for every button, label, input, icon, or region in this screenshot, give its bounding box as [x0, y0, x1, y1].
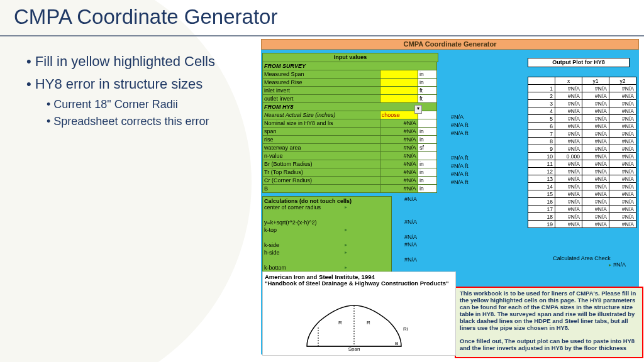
- area-check: Calculated Area Check ▸ #N/A: [538, 255, 626, 268]
- bullet-list: Fill in yellow highlighted Cells HY8 err…: [15, 50, 254, 131]
- reference-diagram: American Iron and Steel Institute, 1994 …: [262, 272, 456, 356]
- page-title: CMPA Coordinate Generator: [14, 5, 277, 29]
- from-hy8-header: FROM HY8: [263, 103, 437, 111]
- measured-rise-input[interactable]: [380, 79, 418, 87]
- from-survey-header: FROM SURVEY: [263, 62, 437, 70]
- measured-span-input[interactable]: [380, 70, 418, 79]
- input-values-table: FROM SURVEY Measured Spanin Measured Ris…: [262, 62, 437, 193]
- bullet-subitem: Current 18" Corner Radii: [47, 97, 254, 112]
- calc-values: #N/A #N/A #N/A #N/A #N/A: [392, 196, 417, 264]
- svg-text:R: R: [338, 320, 342, 326]
- arch-shape-icon: Span Rise B R R: [301, 302, 408, 351]
- svg-text:Rise: Rise: [403, 326, 408, 332]
- inlet-invert-input[interactable]: [380, 87, 418, 95]
- output-header: Output Plot for HY8: [528, 58, 630, 67]
- sheet-banner: CMPA Coordinate Generator: [261, 39, 639, 50]
- bullet-item: HY8 error in structure sizes: [26, 75, 254, 93]
- svg-text:Span: Span: [348, 346, 360, 351]
- nearest-size-dropdown[interactable]: choose: [380, 111, 418, 119]
- title-rule: [0, 35, 644, 36]
- svg-text:B: B: [395, 341, 398, 346]
- unit-conversion-column: #N/A #N/A ft #N/A ft #N/A ft #N/A ft #N/…: [445, 113, 482, 187]
- instructions-note: This workbook is to be used for liners o…: [455, 287, 643, 358]
- spreadsheet-panel: CMPA Coordinate Generator Input values F…: [261, 39, 639, 354]
- bullet-item: Fill in yellow highlighted Cells: [26, 53, 254, 70]
- output-plot-table: xy1y2 1#N/A#N/A#N/A2#N/A#N/A#N/A3#N/A#N/…: [528, 77, 636, 228]
- dropdown-arrow-icon[interactable]: ▾: [414, 105, 422, 114]
- calculations-block: Calculations (do not touch cells) center…: [262, 196, 392, 274]
- outlet-invert-input[interactable]: [380, 95, 418, 103]
- svg-text:R: R: [367, 320, 370, 326]
- bullet-subitem: Spreadsheet corrects this error: [47, 114, 254, 129]
- input-values-header: Input values: [262, 53, 438, 62]
